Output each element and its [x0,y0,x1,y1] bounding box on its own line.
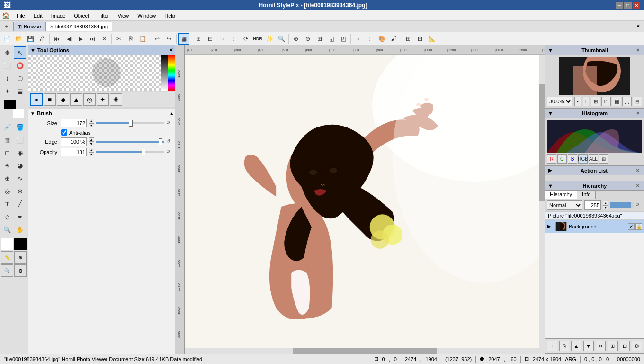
tool-blur-tool[interactable]: ⊗ [14,185,26,197]
toolbar-crop-tool[interactable]: ⊖ [302,33,313,45]
tab-close-icon[interactable]: ✕ [50,24,54,29]
histogram-close-btn[interactable]: ✕ [635,110,641,117]
menu-window[interactable]: Window [134,12,160,19]
opacity-down[interactable]: ▼ [89,152,94,156]
size-slider-thumb[interactable] [129,120,133,127]
tool-zoom[interactable]: 🔍 [1,223,13,236]
blend-mode-select[interactable]: Normal [547,200,582,210]
menu-edit[interactable]: Edit [30,12,46,19]
tool-eyedropper[interactable]: 💉 [1,121,13,133]
toolbar-rotate[interactable]: ⟳ [240,33,251,45]
toolbar-hdr[interactable]: HDR [252,33,263,45]
tab-browse[interactable]: ⊞ Browse [13,22,45,31]
toolbar-first[interactable]: ⏮ [51,33,63,45]
hierarchy-close-btn[interactable]: ✕ [635,182,641,189]
tool-line[interactable]: ╱ [14,198,26,210]
menu-filter[interactable]: Filter [94,12,113,19]
toolbar-copy[interactable]: ⎘ [125,33,136,45]
histogram-header[interactable]: ▼ Histogram ✕ [545,109,644,118]
toolbar-straighten[interactable]: ⊞ [314,33,325,45]
opacity-up[interactable]: ▲ [89,148,94,152]
maximize-button[interactable]: □ [624,2,632,9]
view-dual-btn[interactable]: ⊟ [633,97,642,106]
layer-add-btn[interactable]: + [547,341,557,351]
toolbar-redo[interactable]: ↪ [163,33,175,45]
action-list-close-btn[interactable]: ✕ [635,167,641,174]
brush-type-triangle[interactable]: ▲ [70,93,82,106]
layer-duplicate-btn[interactable]: ⎘ [559,341,570,351]
toolbar-open[interactable]: 📂 [13,33,24,45]
menu-help[interactable]: Help [161,12,179,19]
hist-rgb-btn[interactable]: RGB [578,154,588,164]
opacity-slider[interactable] [96,151,164,153]
layer-opacity-reset[interactable]: ↺ [635,202,642,209]
tool-options-close[interactable]: ✕ [169,47,173,53]
toolbar-flip-h[interactable]: ↔ [216,33,228,45]
foreground-color[interactable] [4,100,16,109]
tool-paintbucket[interactable]: 🪣 [14,121,26,133]
brush-type-blob[interactable]: ◎ [83,93,96,106]
toolbar-grid[interactable]: ⊞ [402,33,414,45]
size-reset-btn[interactable]: ↺ [166,120,173,127]
tool-move-layer[interactable]: ⊕ [14,251,27,264]
layer-opacity-up[interactable]: ▲ [603,201,608,205]
color-selector[interactable] [2,100,26,118]
size-down[interactable]: ▼ [89,123,94,127]
tool-hand[interactable]: ✋ [14,223,26,236]
hist-all-btn[interactable]: ALL [589,154,598,164]
toolbar-perspective[interactable]: ◱ [326,33,337,45]
vertical-scrollbar[interactable] [539,55,545,348]
tab-file[interactable]: ✕ file0001983934364.jpg [45,22,112,31]
zoom-select[interactable]: 30.0% [547,97,572,106]
layer-flatten-btn[interactable]: ⊟ [620,341,630,351]
toolbar-next[interactable]: ▶ [75,33,86,45]
toolbar-brush2[interactable]: 🖌 [388,33,399,45]
layer-move-up-btn[interactable]: ▲ [571,341,581,351]
zoom-out-btn[interactable]: - [574,97,581,106]
toolbar-canvas-size[interactable]: ↔ [352,33,364,45]
thumbnail-header[interactable]: ▼ Thumbnail ✕ [545,46,644,55]
toolbar-effect[interactable]: ✨ [264,33,275,45]
tool-view-zoom[interactable]: 🔍 [1,264,13,277]
tool-smudge[interactable]: ∿ [14,172,26,184]
tool-settings[interactable]: ⚙ [14,264,27,277]
canvas-content[interactable] [185,55,545,354]
background-color[interactable] [13,109,24,118]
layer-visibility-btn[interactable]: ✓ [628,223,635,230]
hist-red-btn[interactable]: R [547,154,556,164]
tool-brush-tool[interactable]: ⬜ [14,134,26,146]
brush-type-diamond[interactable]: ◆ [57,93,69,106]
view-fullscreen-btn[interactable]: ⛶ [622,97,632,106]
brush-type-sparkle[interactable]: ✺ [110,93,122,106]
tool-healing[interactable]: ◉ [14,146,26,159]
edge-up[interactable]: ▲ [89,137,94,142]
minimize-button[interactable]: ─ [616,2,623,9]
menu-file[interactable]: File [13,12,29,19]
color-black-swatch[interactable] [14,238,27,250]
toolbar-warp[interactable]: ◰ [338,33,349,45]
close-button[interactable]: ✕ [633,2,640,9]
tool-select-rect[interactable]: ⬜ [1,59,13,72]
toolbar-fit[interactable]: ⊞ [193,33,204,45]
tool-gradient[interactable]: ▦ [1,134,13,146]
tool-sharpen[interactable]: ◎ [1,185,13,197]
layer-opacity-slider[interactable] [610,202,634,208]
brush-type-round[interactable]: ● [30,93,43,106]
toolbar-undo[interactable]: ↩ [152,33,163,45]
menu-object[interactable]: Object [70,12,93,19]
layer-opacity-down[interactable]: ▼ [603,205,608,209]
view-100-btn[interactable]: 1:1 [601,97,611,106]
layer-delete-btn[interactable]: ✕ [596,341,606,351]
brush-type-star[interactable]: ✦ [97,93,109,106]
tool-polygon-select[interactable]: ⬡ [14,72,26,84]
edge-reset-btn[interactable]: ↺ [166,138,173,145]
tool-select-ellipse[interactable]: ⭕ [14,59,26,72]
tool-arrow[interactable]: ↖ [14,46,26,59]
toolbar-guide[interactable]: ⊟ [414,33,426,45]
edge-slider[interactable] [96,141,164,143]
toolbar-new[interactable]: 📄 [1,33,12,45]
tool-shape[interactable]: ◇ [1,210,13,223]
tool-pen[interactable]: ✒ [14,210,26,223]
size-up[interactable]: ▲ [89,119,94,123]
layer-item-background[interactable]: ▶ Background ✓ 🔒 [545,220,644,233]
